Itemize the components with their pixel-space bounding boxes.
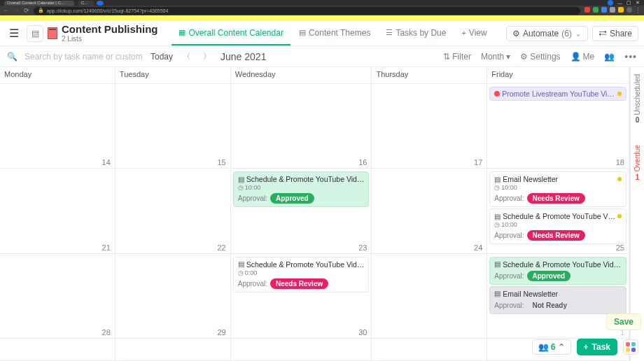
clock-icon: ◷: [494, 184, 500, 191]
chevron-up-icon: ⌃: [558, 342, 565, 352]
day-header: Thursday: [372, 67, 487, 84]
calendar-cell[interactable]: 15: [115, 84, 231, 169]
ext-icon[interactable]: [601, 7, 607, 13]
calendar-cell[interactable]: 24: [372, 169, 487, 253]
settings-button[interactable]: ⚙Settings: [520, 52, 560, 62]
task-icon: ▤: [494, 176, 500, 183]
status-dot-icon: [494, 91, 500, 97]
minimize-icon[interactable]: —: [617, 1, 622, 6]
calendar-cell[interactable]: 21: [0, 169, 115, 253]
date-number: 25: [616, 243, 624, 252]
task-card[interactable]: ▤Schedule & Promote YouTube Vid… ◷0:00 A…: [233, 257, 370, 292]
share-button[interactable]: ⮂ Share: [592, 26, 638, 41]
prev-month[interactable]: 〈: [180, 51, 193, 62]
more-menu[interactable]: •••: [624, 51, 637, 62]
new-tab-button[interactable]: [97, 1, 104, 6]
next-month[interactable]: 〉: [200, 51, 214, 62]
back-icon[interactable]: ←: [3, 7, 9, 14]
people-icon[interactable]: 👥: [604, 52, 615, 62]
calendar-cell[interactable]: 29: [115, 254, 231, 339]
menu-toggle[interactable]: ☰: [6, 27, 22, 40]
calendar-cell[interactable]: 28: [0, 254, 115, 339]
task-icon: ▤: [494, 213, 500, 220]
date-number: 29: [217, 328, 225, 337]
tab-tasks-by-due[interactable]: ☰ Tasks by Due: [379, 21, 453, 45]
reload-icon[interactable]: ⟳: [24, 7, 29, 14]
share-icon: ⮂: [598, 29, 607, 38]
approval-label: Approval:: [494, 272, 524, 280]
ext-icon[interactable]: [618, 7, 624, 13]
menu-icon[interactable]: ⋮: [635, 7, 641, 14]
range-button[interactable]: Month▾: [481, 52, 510, 62]
ext-icon[interactable]: [610, 7, 615, 13]
date-number: 28: [102, 328, 111, 337]
calendar-cell[interactable]: [231, 339, 372, 361]
browser-tab[interactable]: C...: [78, 1, 94, 6]
task-card[interactable]: ▤Schedule & Promote YouTube Vid… Approva…: [489, 257, 626, 285]
approval-label: Approval:: [494, 302, 524, 309]
search-input[interactable]: [24, 52, 144, 62]
ext-icon[interactable]: [584, 7, 590, 13]
people-icon: 👥: [538, 342, 549, 352]
date-number: 22: [217, 243, 225, 252]
tab-label: Overall Content Calendar: [188, 28, 283, 38]
task-card[interactable]: ▤Email Newsletter ◷10:00 Approval:Needs …: [489, 171, 626, 207]
tab-add-view[interactable]: + View: [454, 21, 493, 45]
task-time: 10:00: [501, 184, 517, 191]
maximize-icon[interactable]: ▢: [626, 0, 631, 6]
calendar-cell[interactable]: [115, 339, 231, 361]
browser-tab[interactable]: Overall Content Calendar | C...: [4, 1, 74, 6]
overdue-toggle[interactable]: Overdue: [634, 145, 641, 171]
calendar-cell[interactable]: ▤Schedule & Promote YouTube Vid… ◷0:00 A…: [231, 254, 372, 339]
address-bar[interactable]: 🔒 app.clickup.com/1240600/v/c/15uqr-8275…: [34, 7, 580, 15]
day-header: Monday: [0, 67, 115, 84]
calendar-cell[interactable]: [372, 339, 487, 361]
month-label: June 2021: [220, 51, 266, 62]
new-task-button[interactable]: + Task: [577, 339, 617, 355]
people-count[interactable]: 👥 6 ⌃: [532, 339, 571, 355]
calendar-cell[interactable]: ▤Schedule & Promote YouTube Vid… ◷10:00 …: [231, 169, 372, 253]
task-card[interactable]: ▤Email Newsletter Approval:Not Ready: [489, 286, 626, 314]
calendar-cell[interactable]: ▤Email Newsletter ◷10:00 Approval:Needs …: [487, 169, 629, 253]
page-title: Content Publishing: [62, 24, 158, 36]
tab-overall-calendar[interactable]: ▦ Overall Content Calendar: [172, 21, 290, 45]
calendar-cell[interactable]: [0, 339, 115, 361]
plus-icon: +: [584, 342, 589, 352]
ext-icon[interactable]: [593, 7, 598, 13]
task-title: Schedule & Promote YouTube Vid…: [246, 175, 365, 183]
automate-count: (6): [561, 29, 572, 38]
save-button[interactable]: Save: [606, 313, 641, 330]
date-number: 16: [358, 158, 367, 167]
overdue-count: 1: [636, 174, 640, 181]
approval-label: Approval:: [238, 194, 267, 202]
task-title: Schedule & Promote YouTube Vid…: [503, 260, 621, 269]
calendar-cell[interactable]: Promote Livestream YouTube Vi… 18: [487, 84, 629, 169]
robot-icon: ⚙: [512, 29, 520, 38]
avatar-icon[interactable]: [626, 7, 632, 13]
filter-button[interactable]: ⇅Filter: [443, 52, 471, 62]
task-card[interactable]: Promote Livestream YouTube Vi…: [489, 87, 626, 101]
me-button[interactable]: 👤Me: [570, 52, 595, 62]
calendar-cell[interactable]: 22: [115, 169, 231, 253]
task-card[interactable]: ▤Schedule & Promote YouTube Vid… ◷10:00 …: [233, 171, 370, 207]
tab-content-themes[interactable]: ▤ Content Themes: [292, 21, 378, 45]
apps-button[interactable]: [623, 339, 638, 355]
folder-button[interactable]: ▤: [27, 25, 43, 42]
calendar-cell[interactable]: [372, 254, 487, 339]
today-button[interactable]: Today: [150, 52, 173, 62]
task-icon: ▤: [238, 176, 244, 183]
automate-button[interactable]: ⚙ Automate (6) ⌄: [506, 26, 588, 41]
calendar-cell[interactable]: 16: [231, 84, 372, 169]
close-icon[interactable]: ✕: [636, 0, 640, 6]
date-number: 21: [102, 243, 111, 252]
task-title: Email Newsletter: [503, 290, 558, 298]
forward-icon[interactable]: →: [13, 7, 20, 14]
calendar-cell[interactable]: 17: [372, 84, 487, 169]
task-icon: ▤: [238, 260, 244, 268]
task-card[interactable]: ▤Schedule & Promote YouTube V… ◷10:00 Ap…: [489, 208, 626, 244]
task-time: 10:00: [245, 184, 261, 191]
calendar-cell[interactable]: 14: [0, 84, 115, 169]
list-icon: ▤: [299, 28, 306, 37]
unscheduled-toggle[interactable]: Unscheduled: [634, 74, 641, 115]
task-title: Promote Livestream YouTube Vi…: [502, 90, 615, 98]
